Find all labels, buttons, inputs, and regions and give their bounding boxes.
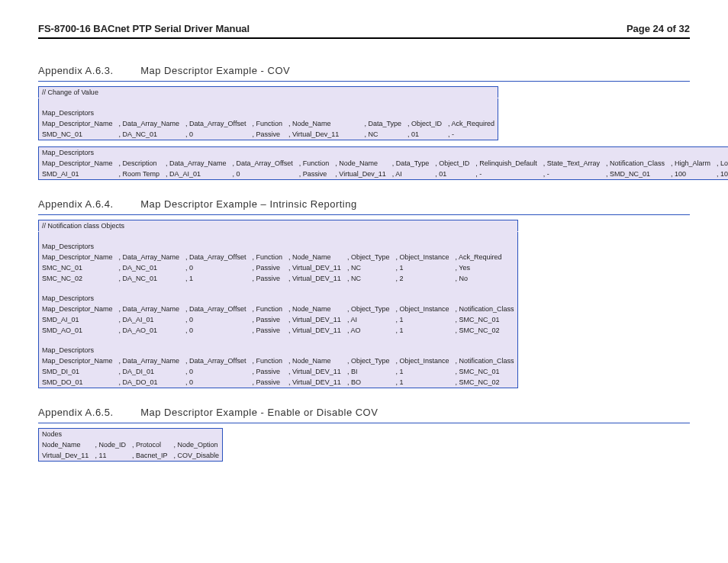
section-a63: Appendix A.6.3. Map Descriptor Example -…: [38, 62, 690, 82]
table-intrinsic: // Notification class Objects Map_Descri…: [38, 220, 518, 388]
table-row: SMD_AI_01, Room Temp, DA_AI_01, 0, Passi…: [39, 169, 729, 180]
table-row: SMC_NC_02, DA_NC_01, 1, Passive, Virtual…: [39, 273, 518, 284]
section-a65: Appendix A.6.5. Map Descriptor Example -…: [38, 404, 690, 423]
table-covdisable: Nodes Node_Name, Node_ID, Protocol, Node…: [38, 428, 223, 462]
table-row: SMD_NC_01, DA_NC_01, 0, Passive, Virtual…: [39, 129, 498, 140]
table-row: SMC_NC_01, DA_NC_01, 0, Passive, Virtual…: [39, 262, 518, 273]
section-a64: Appendix A.6.4. Map Descriptor Example –…: [38, 195, 690, 215]
table-row: Map_Descriptor_Name, Data_Array_Name, Da…: [39, 355, 518, 366]
table-row: Virtual_Dev_11, 11, Bacnet_IP, COV_Disab…: [39, 450, 223, 462]
table-row: Node_Name, Node_ID, Protocol, Node_Optio…: [39, 439, 223, 450]
table-row: Map_Descriptor_Name, Data_Array_Name, Da…: [39, 252, 518, 262]
table-cov-nc: // Change of Value Map_Descriptors Map_D…: [38, 86, 498, 140]
page-number: Page 24 of 32: [627, 23, 690, 34]
table-row: SMD_DI_01, DA_DI_01, 0, Passive, Virtual…: [39, 366, 518, 377]
table-row: Map_Descriptor_Name, Description, Data_A…: [39, 158, 729, 169]
table-row: Map_Descriptor_Name, Data_Array_Name, Da…: [39, 304, 518, 314]
table-cov-ai: Map_Descriptors Map_Descriptor_Name, Des…: [38, 146, 728, 180]
table-row: SMD_DO_01, DA_DO_01, 0, Passive, Virtual…: [39, 377, 518, 388]
table-row: SMD_AI_01, DA_AI_01, 0, Passive, Virtual…: [39, 314, 518, 325]
table-row: SMD_AO_01, DA_AO_01, 0, Passive, Virtual…: [39, 325, 518, 336]
doc-title: FS-8700-16 BACnet PTP Serial Driver Manu…: [38, 23, 250, 34]
page-header: FS-8700-16 BACnet PTP Serial Driver Manu…: [38, 23, 690, 39]
table-row: Map_Descriptor_Name, Data_Array_Name, Da…: [39, 118, 498, 129]
